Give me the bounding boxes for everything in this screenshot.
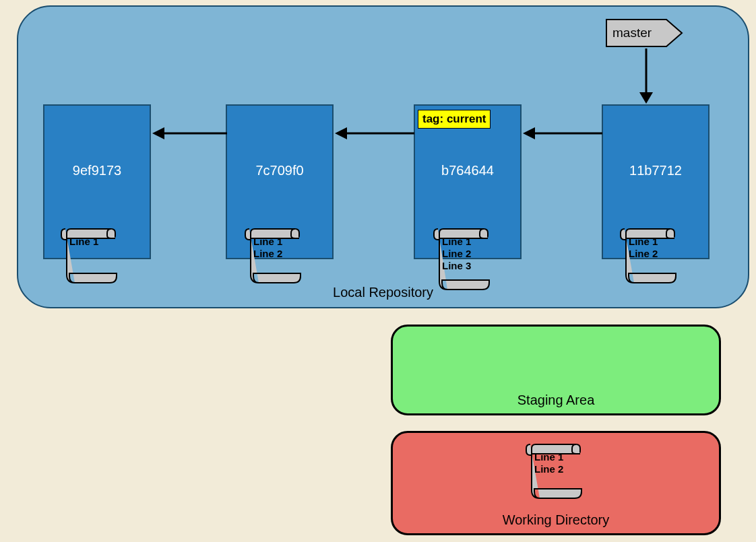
arrow-master-to-commit — [636, 48, 656, 106]
commit-hash: 7c709f0 — [227, 163, 332, 178]
file-content: Line 1 Line 2 — [629, 236, 658, 260]
file-snapshot: Line 1 — [57, 221, 121, 288]
file-content: Line 1 — [69, 236, 98, 248]
commit-parent-arrow — [334, 125, 416, 141]
svg-marker-6 — [335, 127, 347, 139]
file-snapshot: Line 1 Line 2 Line 3 — [430, 221, 494, 295]
svg-marker-4 — [152, 127, 164, 139]
commit-parent-arrow — [151, 125, 228, 141]
master-label: master — [612, 26, 652, 40]
commit-hash: 11b7712 — [603, 163, 708, 178]
staging-area-box: Staging Area — [391, 325, 721, 415]
svg-marker-2 — [639, 92, 653, 104]
staging-area-label: Staging Area — [393, 393, 719, 408]
file-content: Line 1 Line 2 — [534, 451, 563, 475]
file-snapshot: Line 1 Line 2 — [522, 436, 586, 504]
file-snapshot: Line 1 Line 2 — [617, 221, 681, 288]
master-branch-pointer: master — [606, 19, 683, 47]
file-content: Line 1 Line 2 Line 3 — [442, 236, 471, 272]
file-snapshot: Line 1 Line 2 — [241, 221, 305, 288]
file-content: Line 1 Line 2 — [253, 236, 282, 260]
working-directory-label: Working Directory — [393, 512, 719, 528]
commit-tag: tag: current — [418, 110, 491, 129]
commit-hash: 9ef9173 — [44, 163, 150, 178]
svg-marker-8 — [523, 127, 535, 139]
commit-hash: b764644 — [415, 163, 520, 178]
commit-parent-arrow — [522, 125, 604, 141]
